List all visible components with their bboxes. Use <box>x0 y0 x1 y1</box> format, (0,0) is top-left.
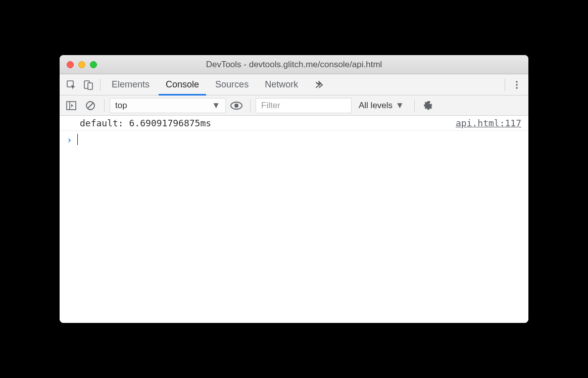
clear-console-icon[interactable] <box>82 97 99 114</box>
log-levels-selector[interactable]: All levels ▼ <box>354 101 409 111</box>
context-selector-label: top <box>115 101 127 111</box>
maximize-window-button[interactable] <box>90 61 97 68</box>
console-prompt[interactable]: › <box>60 131 528 148</box>
tab-sources[interactable]: Sources <box>207 74 257 95</box>
separator <box>100 79 101 91</box>
toggle-sidebar-icon[interactable] <box>63 97 80 114</box>
svg-point-3 <box>516 81 518 83</box>
devtools-window: DevTools - devtools.glitch.me/console/ap… <box>60 55 528 323</box>
console-output: default: 6.69091796875ms api.html:117 › <box>60 116 528 323</box>
kebab-menu-icon[interactable] <box>508 76 525 93</box>
tab-network[interactable]: Network <box>257 74 306 95</box>
separator <box>505 79 505 91</box>
log-source-link[interactable]: api.html:117 <box>456 118 521 128</box>
svg-rect-2 <box>88 83 92 89</box>
live-expression-icon[interactable] <box>228 97 245 114</box>
text-cursor <box>77 134 78 145</box>
main-toolbar: Elements Console Sources Network <box>60 74 528 96</box>
tab-elements[interactable]: Elements <box>104 74 158 95</box>
inspect-element-icon[interactable] <box>63 76 80 93</box>
console-toolbar: top ▼ All levels ▼ <box>60 96 528 116</box>
separator <box>250 100 251 112</box>
close-window-button[interactable] <box>67 61 74 68</box>
svg-line-9 <box>88 103 93 108</box>
log-message: default: 6.69091796875ms <box>80 118 211 128</box>
titlebar: DevTools - devtools.glitch.me/console/ap… <box>60 55 528 74</box>
dropdown-triangle-icon: ▼ <box>212 101 220 111</box>
window-title: DevTools - devtools.glitch.me/console/ap… <box>60 60 528 70</box>
svg-point-11 <box>234 104 238 108</box>
svg-point-5 <box>516 87 518 89</box>
filter-input[interactable] <box>256 98 352 113</box>
console-settings-icon[interactable] <box>420 97 437 114</box>
panel-tabs: Elements Console Sources Network <box>104 74 331 95</box>
minimize-window-button[interactable] <box>78 61 85 68</box>
toggle-device-icon[interactable] <box>80 76 97 93</box>
more-tabs-button[interactable] <box>306 74 331 95</box>
tab-console[interactable]: Console <box>158 74 207 95</box>
separator <box>414 100 415 112</box>
svg-point-4 <box>516 84 518 86</box>
dropdown-triangle-icon: ▼ <box>396 101 404 111</box>
log-entry[interactable]: default: 6.69091796875ms api.html:117 <box>60 116 528 131</box>
chevron-right-icon: › <box>67 134 72 145</box>
context-selector[interactable]: top ▼ <box>110 98 226 113</box>
traffic-lights <box>60 61 97 68</box>
log-levels-label: All levels <box>359 101 393 111</box>
separator <box>104 100 105 112</box>
